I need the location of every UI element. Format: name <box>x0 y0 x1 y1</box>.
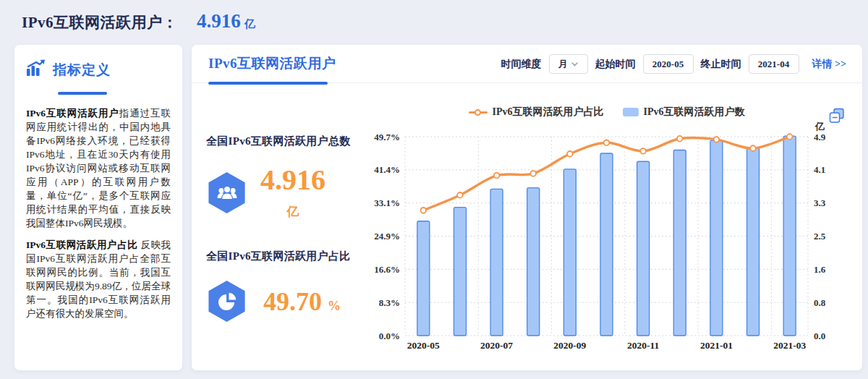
bar-2020-07[interactable] <box>490 189 503 336</box>
chevron-down-icon <box>571 62 578 67</box>
x-axis-tick: 2020-05 <box>407 340 440 351</box>
chart-svg: 49.7%4.941.4%4.133.1%3.324.9%2.516.6%1.6… <box>373 121 850 363</box>
stat-unit: % <box>328 299 341 313</box>
sidebar-title: 指标定义 <box>53 61 111 80</box>
bar-2020-11[interactable] <box>637 161 650 336</box>
x-axis-tick: 2020-11 <box>627 340 660 351</box>
definition-card: 指标定义 IPv6互联网活跃用户指通过互联网应用统计得出的，中国内地具备IPv6… <box>14 45 182 370</box>
dimension-label: 时间维度 <box>501 58 542 71</box>
stat-title: 全国IPv6互联网活跃用户总数 <box>206 135 376 148</box>
end-time-label: 终止时间 <box>701 58 741 71</box>
x-axis-tick: 2021-03 <box>773 340 806 351</box>
left-axis-tick: 49.7% <box>374 132 400 142</box>
left-axis-tick: 41.4% <box>374 164 400 175</box>
x-axis-tick: 2020-07 <box>480 340 513 351</box>
legend-label: IPv6互联网活跃用户占比 <box>493 106 604 119</box>
bar-2020-08[interactable] <box>527 188 540 336</box>
right-axis-tick: 4.1 <box>814 164 825 175</box>
pie-chart-icon <box>206 281 247 322</box>
page: IPv6互联网活跃用户： 4.916 亿 指标定义 IPv6互联网活跃用户指通过… <box>0 0 868 379</box>
right-axis-unit: 亿 <box>814 121 825 132</box>
select-value: 月 <box>558 58 568 71</box>
paragraph-lead: IPv6互联网活跃用户 <box>26 108 119 119</box>
bar-2020-06[interactable] <box>454 208 466 336</box>
start-time-input[interactable]: 2020-05 <box>643 54 694 74</box>
legend-label: IPv6互联网活跃用户数 <box>644 106 745 119</box>
stat-value: 4.916 <box>260 163 326 196</box>
header-unit: 亿 <box>244 17 255 31</box>
users-icon <box>206 172 247 213</box>
line-point-2020-07[interactable] <box>494 173 500 179</box>
line-point-2020-12[interactable] <box>677 136 683 142</box>
bar-2020-05[interactable] <box>417 221 430 336</box>
line-point-2020-08[interactable] <box>530 171 536 176</box>
start-time-label: 起始时间 <box>595 58 636 71</box>
line-point-2021-01[interactable] <box>714 137 720 142</box>
tab-label: IPv6互联网活跃用户 <box>208 54 336 73</box>
definition-paragraph: IPv6互联网活跃用户指通过互联网应用统计得出的，中国内地具备IPv6网络接入环… <box>26 106 171 230</box>
x-axis-tick: 2020-09 <box>553 340 586 351</box>
left-axis-tick: 33.1% <box>374 197 400 208</box>
bar-2021-03[interactable] <box>783 136 796 336</box>
chart-legend: IPv6互联网活跃用户占比 IPv6互联网活跃用户数 <box>405 106 808 119</box>
paragraph-body: 指通过互联网应用统计得出的，中国内地具备IPv6网络接入环境，已经获得IPv6地… <box>26 108 171 229</box>
tab-ipv6-active-users[interactable]: IPv6互联网活跃用户 <box>208 45 336 83</box>
left-axis-tick: 8.3% <box>379 297 400 308</box>
legend-item-count[interactable]: IPv6互联网活跃用户数 <box>623 106 745 119</box>
tab-active-underline <box>208 82 328 85</box>
end-time-input[interactable]: 2021-04 <box>749 54 799 74</box>
title-divider <box>58 92 107 95</box>
line-point-2021-02[interactable] <box>750 145 756 151</box>
paragraph-body: 反映我国IPv6互联网活跃用户占全部互联网网民的比例。当前，我国互联网网民规模为… <box>26 239 171 319</box>
line-series-marker-icon <box>469 108 488 116</box>
header-value: 4.916 <box>197 10 241 33</box>
left-axis-tick: 0.0% <box>379 331 400 341</box>
bar-2020-10[interactable] <box>600 153 613 336</box>
panel-header: IPv6互联网活跃用户 时间维度 月 起始时间 2020-05 终止时间 202… <box>192 45 862 83</box>
line-point-2020-05[interactable] <box>421 208 427 213</box>
bar-2020-12[interactable] <box>673 150 686 336</box>
definition-paragraph: IPv6互联网活跃用户占比 反映我国IPv6互联网活跃用户占全部互联网网民的比例… <box>26 238 171 320</box>
bar-2020-09[interactable] <box>563 169 576 336</box>
right-axis-tick: 0.8 <box>814 297 826 308</box>
detail-link[interactable]: 详情 >> <box>812 58 846 71</box>
bar-series-swatch-icon <box>623 108 639 116</box>
page-title: IPv6互联网活跃用户： <box>22 12 178 33</box>
right-axis-tick: 2.5 <box>814 231 826 242</box>
right-axis-tick: 0.0 <box>814 331 825 341</box>
stat-unit: 亿 <box>260 203 326 220</box>
chart-panel: IPv6互联网活跃用户 时间维度 月 起始时间 2020-05 终止时间 202… <box>192 45 862 370</box>
left-axis-tick: 16.6% <box>374 264 400 275</box>
left-axis-tick: 24.9% <box>374 231 400 242</box>
time-dimension-select[interactable]: 月 <box>549 54 588 74</box>
stat-total-users: 全国IPv6互联网活跃用户总数 4.916 亿 <box>206 135 376 220</box>
right-axis-tick: 1.6 <box>814 264 826 275</box>
right-axis-tick: 4.9 <box>814 132 826 142</box>
paragraph-lead: IPv6互联网活跃用户占比 <box>26 239 137 250</box>
bar-2021-02[interactable] <box>747 148 760 336</box>
line-point-2020-10[interactable] <box>604 140 610 145</box>
legend-item-ratio[interactable]: IPv6互联网活跃用户占比 <box>469 106 604 119</box>
right-axis-tick: 3.3 <box>814 197 826 208</box>
x-axis-tick: 2021-01 <box>700 340 733 351</box>
line-point-2020-09[interactable] <box>567 151 573 157</box>
bar-chart-trend-icon <box>26 59 46 80</box>
bar-2021-01[interactable] <box>710 140 723 336</box>
line-point-2021-03[interactable] <box>787 134 793 140</box>
line-point-2020-06[interactable] <box>457 192 463 198</box>
page-header: IPv6互联网活跃用户： 4.916 亿 <box>22 10 255 33</box>
stat-title: 全国IPv6互联网活跃用户占比 <box>206 250 376 263</box>
time-controls: 时间维度 月 起始时间 2020-05 终止时间 2021-04 详情 >> <box>501 45 846 83</box>
stat-ratio: 全国IPv6互联网活跃用户占比 49.70% <box>206 250 376 322</box>
definition-text: IPv6互联网活跃用户指通过互联网应用统计得出的，中国内地具备IPv6网络接入环… <box>26 106 171 320</box>
line-point-2020-11[interactable] <box>640 148 646 154</box>
stat-value: 49.70 <box>263 287 322 316</box>
